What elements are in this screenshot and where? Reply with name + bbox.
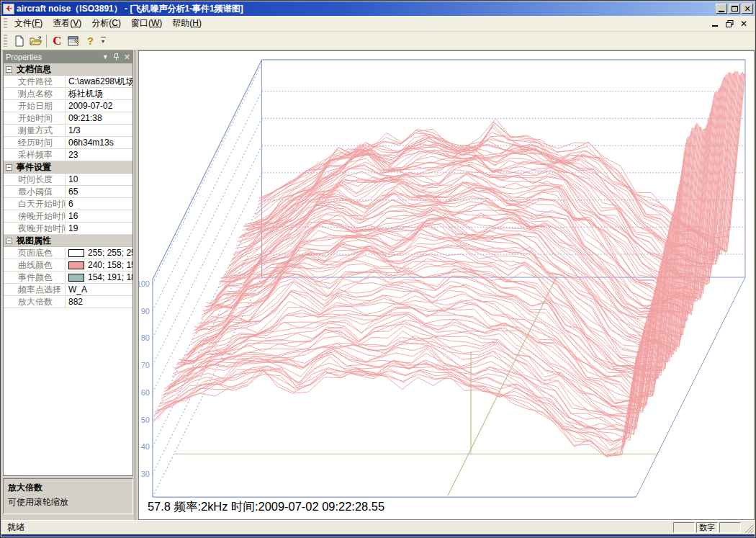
open-folder-icon: [30, 35, 42, 47]
new-document-icon: [14, 35, 25, 47]
maximize-button[interactable]: [729, 4, 740, 14]
resize-grip[interactable]: [743, 523, 753, 533]
toolbar: C ? ▾: [1, 32, 755, 50]
status-cell-scrl: [719, 522, 741, 533]
properties-button[interactable]: [66, 33, 82, 49]
properties-panel: Properties ▼ ✕ − 文档信息 文件路径 C:\awa6298\机场…: [1, 50, 135, 520]
menu-window[interactable]: 窗口(W): [126, 16, 167, 31]
y-axis-tick-labels: 10090807060504030: [139, 279, 150, 478]
collapse-minus-icon[interactable]: −: [6, 164, 12, 171]
panel-close-icon[interactable]: ✕: [124, 53, 130, 62]
chevron-down-icon[interactable]: ▼: [102, 53, 109, 60]
chart-caption: 57.8 频率:2kHz 时间:2009-07-02 09:22:28.55: [148, 500, 384, 513]
open-file-button[interactable]: [27, 33, 44, 49]
title-bar[interactable]: ✈ aircraft noise（ISO3891） - [飞机噪声分析1-事件1…: [1, 1, 755, 16]
minimize-button[interactable]: [716, 4, 727, 14]
property-row-zoom-factor[interactable]: 放大倍数 882: [4, 296, 132, 308]
svg-text:70: 70: [141, 361, 150, 369]
svg-text:100: 100: [139, 279, 150, 288]
status-cell-caps: [673, 522, 695, 533]
property-row-measure-mode[interactable]: 测量方式 1/3: [4, 125, 132, 137]
svg-text:30: 30: [141, 470, 150, 478]
color-swatch: [68, 274, 84, 282]
new-document-button[interactable]: [11, 33, 27, 49]
property-row-start-date[interactable]: 开始日期 2009-07-02: [4, 100, 132, 112]
status-bar: 就绪 数字: [1, 520, 755, 534]
properties-form-icon: [68, 35, 80, 47]
status-cell-num: 数字: [696, 522, 718, 533]
property-row-time-length[interactable]: 时间长度 10: [4, 174, 132, 186]
menu-bar: 文件(F) 查看(V) 分析(C) 窗口(W) 帮助(H) ✕: [1, 16, 755, 32]
property-description-text: 可使用滚轮缩放: [8, 496, 128, 508]
property-row-min-threshold[interactable]: 最小阈值 65: [4, 186, 132, 198]
close-button[interactable]: ✕: [742, 4, 753, 14]
property-row-night-start[interactable]: 夜晚开始时间 19: [4, 223, 132, 235]
property-row-event-color[interactable]: 事件颜色 154; 191; 18: [4, 272, 132, 284]
menu-file[interactable]: 文件(F): [9, 16, 48, 31]
help-button[interactable]: ?: [82, 33, 99, 49]
svg-text:90: 90: [141, 307, 150, 315]
pin-icon[interactable]: [113, 53, 120, 60]
menu-analyze[interactable]: 分析(C): [86, 16, 126, 31]
color-swatch: [68, 261, 84, 269]
status-ready-text: 就绪: [7, 521, 672, 534]
mdi-minimize-icon[interactable]: [710, 19, 720, 28]
property-row-evening-start[interactable]: 傍晚开始时间 16: [4, 210, 132, 223]
property-row-sample-rate[interactable]: 采样频率 23: [4, 149, 132, 161]
color-swatch: [68, 249, 84, 257]
section-event-settings[interactable]: − 事件设置: [4, 161, 132, 174]
toolbar-grip-handle[interactable]: [4, 35, 7, 48]
svg-text:60: 60: [141, 388, 150, 397]
mdi-restore-icon[interactable]: [724, 19, 734, 28]
collapse-minus-icon[interactable]: −: [6, 66, 12, 73]
property-row-elapsed-time[interactable]: 经历时间 06h34m13s: [4, 137, 132, 149]
waterfall-traces: [153, 71, 745, 457]
property-description-title: 放大倍数: [8, 482, 128, 494]
toolbar-overflow-button[interactable]: ▾: [99, 33, 107, 49]
property-row-day-start[interactable]: 白天开始时间 6: [4, 198, 132, 210]
svg-text:80: 80: [141, 333, 150, 342]
property-grid-empty-area: [4, 308, 132, 475]
menu-grip-handle[interactable]: [4, 18, 7, 29]
property-row-site-name[interactable]: 测点名称 栎社机场: [4, 88, 132, 100]
property-grid: − 文档信息 文件路径 C:\awa6298\机场 测点名称 栎社机场 开始日期…: [3, 63, 133, 476]
toolbar-separator: [46, 35, 47, 48]
svg-text:40: 40: [141, 442, 150, 451]
spectrogram-3d-chart[interactable]: 1009080706050403057.8 频率:2kHz 时间:2009-07…: [138, 50, 755, 520]
chart-gridlines: [153, 64, 745, 474]
property-row-page-bg-color[interactable]: 页面底色 255; 255; 25: [4, 247, 132, 259]
window-title: aircraft noise（ISO3891） - [飞机噪声分析1-事件1频谱…: [17, 3, 716, 15]
menu-help[interactable]: 帮助(H): [167, 16, 207, 31]
collapse-minus-icon[interactable]: −: [6, 238, 12, 244]
properties-panel-header[interactable]: Properties ▼ ✕: [3, 50, 133, 63]
property-row-curve-color[interactable]: 曲线颜色 240; 158; 15: [4, 259, 132, 272]
property-description-box: 放大倍数 可使用滚轮缩放: [3, 478, 133, 514]
app-window: ✈ aircraft noise（ISO3891） - [飞机噪声分析1-事件1…: [0, 0, 756, 538]
window-bottom-border: [1, 534, 755, 537]
calibrate-button[interactable]: C: [49, 33, 66, 49]
mdi-close-icon[interactable]: ✕: [739, 19, 749, 28]
section-view-properties[interactable]: − 视图属性: [4, 235, 132, 247]
menu-view[interactable]: 查看(V): [48, 16, 86, 31]
property-row-start-time[interactable]: 开始时间 09:21:38: [4, 112, 132, 125]
property-row-file-path[interactable]: 文件路径 C:\awa6298\机场: [4, 76, 132, 88]
airplane-icon: ✈: [3, 4, 14, 14]
property-row-freq-point-select[interactable]: 频率点选择 W_A: [4, 284, 132, 296]
svg-text:50: 50: [141, 416, 150, 424]
properties-panel-title: Properties: [6, 53, 98, 61]
section-document-info[interactable]: − 文档信息: [4, 63, 132, 76]
